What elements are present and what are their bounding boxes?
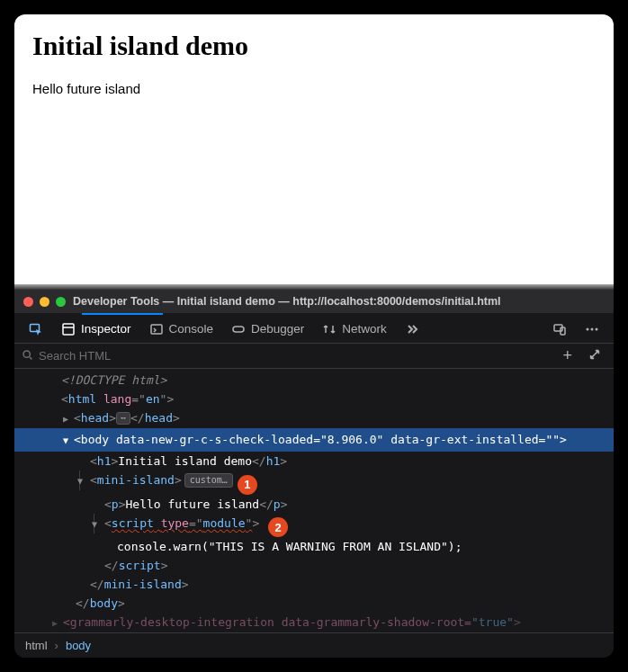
dom-script-close[interactable]: </script> (14, 556, 614, 575)
search-row: + (14, 344, 614, 369)
tab-console[interactable]: Console (140, 315, 223, 343)
expand-panel-button[interactable] (583, 346, 606, 365)
search-html-input[interactable] (39, 349, 552, 363)
dom-faded-row[interactable]: ▶<grammarly-desktop-integration data-gra… (14, 613, 614, 632)
dom-doctype[interactable]: <!DOCTYPE html> (14, 371, 614, 390)
svg-point-9 (23, 351, 30, 357)
search-icon (22, 349, 33, 363)
devtools-window-title: Developer Tools — Initial island demo — … (73, 295, 501, 308)
app-container: Initial island demo Hello future island … (14, 14, 614, 658)
dom-body-open[interactable]: ▼<body data-new-gr-c-s-check-loaded="8.9… (14, 428, 614, 452)
dom-html-open[interactable]: <html lang="en"> (14, 390, 614, 408)
chevron-double-right-icon (405, 322, 419, 336)
breadcrumb-body[interactable]: body (66, 639, 91, 652)
close-window-button[interactable] (23, 297, 33, 307)
tab-inspector[interactable]: Inspector (52, 315, 140, 343)
dom-mini-island-close[interactable]: </mini-island> (14, 575, 614, 594)
svg-rect-3 (233, 327, 244, 332)
dom-tree[interactable]: <!DOCTYPE html> <html lang="en"> ▶<head>… (14, 369, 614, 632)
annotation-2: 2 (268, 517, 288, 537)
console-icon (149, 322, 164, 336)
maximize-window-button[interactable] (56, 297, 66, 307)
annotation-1: 1 (238, 475, 257, 495)
debugger-label: Debugger (251, 322, 304, 336)
page-paragraph: Hello future island (32, 81, 596, 96)
network-label: Network (342, 322, 387, 336)
rendered-page: Initial island demo Hello future island (14, 14, 614, 284)
debugger-icon (231, 322, 246, 336)
dom-mini-island-open[interactable]: ▼<mini-island>custom…1 (14, 470, 614, 495)
inspector-icon (61, 322, 76, 336)
svg-rect-2 (151, 325, 162, 334)
svg-point-7 (591, 327, 594, 330)
dom-body-close[interactable]: </body> (14, 594, 614, 613)
dom-head[interactable]: ▶<head>⋯</head> (14, 408, 614, 428)
dom-p[interactable]: <p>Hello future island</p> (14, 495, 614, 514)
dom-h1[interactable]: <h1>Initial island demo</h1> (14, 452, 614, 470)
kebab-icon (585, 322, 599, 336)
chevron-right-icon: › (55, 639, 58, 652)
devtools-toolbar: Inspector Console Debugger (14, 315, 614, 344)
svg-point-6 (587, 327, 589, 330)
add-element-button[interactable]: + (557, 346, 578, 365)
inspector-label: Inspector (81, 322, 131, 336)
devtools-titlebar: Developer Tools — Initial island demo — … (14, 290, 614, 313)
element-picker-button[interactable] (20, 315, 52, 343)
responsive-mode-button[interactable] (543, 315, 576, 343)
devtools-panel: Developer Tools — Initial island demo — … (14, 290, 614, 658)
ellipsis-badge[interactable]: ⋯ (116, 412, 130, 425)
dom-script-open[interactable]: ▼<script type="module"> 2 (14, 514, 614, 538)
dom-console-warn[interactable]: console.warn("THIS IS A WARNING FROM AN … (14, 537, 614, 556)
traffic-lights (23, 297, 66, 307)
console-label: Console (169, 322, 214, 336)
tab-network[interactable]: Network (313, 315, 396, 343)
tab-debugger[interactable]: Debugger (222, 315, 313, 343)
network-icon (322, 322, 336, 336)
breadcrumb-html[interactable]: html (25, 639, 48, 652)
custom-element-badge[interactable]: custom… (184, 473, 233, 488)
page-heading: Initial island demo (32, 31, 596, 61)
breadcrumb-bar: html › body (14, 632, 614, 658)
svg-point-8 (596, 327, 598, 330)
overflow-tabs-button[interactable] (396, 315, 428, 343)
minimize-window-button[interactable] (40, 297, 49, 307)
more-options-button[interactable] (576, 315, 608, 343)
devices-icon (552, 322, 567, 336)
svg-rect-1 (63, 324, 74, 335)
element-picker-icon (29, 322, 43, 336)
